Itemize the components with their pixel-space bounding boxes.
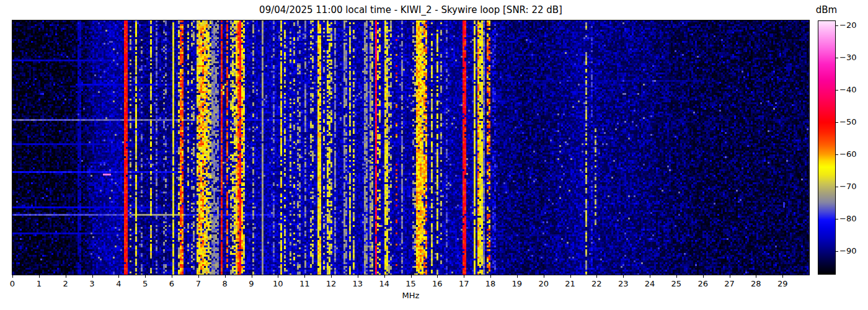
waterfall-plot-frame bbox=[12, 20, 810, 275]
colorbar-tick-mark bbox=[836, 90, 838, 91]
x-tick-mark bbox=[650, 275, 650, 278]
x-tick-label: 15 bbox=[405, 279, 416, 288]
colorbar-tick-mark bbox=[836, 122, 838, 123]
colorbar-tick-mark bbox=[836, 219, 838, 219]
x-tick-label: 9 bbox=[249, 279, 254, 288]
x-tick-label: 0 bbox=[10, 279, 15, 288]
colorbar-tick-label: −80 bbox=[839, 215, 856, 223]
colorbar-tick-label: −70 bbox=[839, 182, 856, 191]
x-tick-label: 23 bbox=[618, 279, 629, 288]
x-tick-mark bbox=[676, 275, 677, 278]
x-tick-label: 21 bbox=[565, 279, 575, 288]
colorbar-tick-label: −40 bbox=[839, 86, 856, 94]
colorbar-tick-label: −60 bbox=[839, 150, 856, 159]
x-tick-label: 1 bbox=[37, 279, 42, 288]
x-tick-label: 6 bbox=[169, 279, 174, 288]
x-tick-label: 2 bbox=[63, 279, 68, 288]
x-tick-mark bbox=[118, 275, 119, 278]
x-tick-mark bbox=[570, 275, 571, 278]
x-tick-label: 22 bbox=[591, 279, 602, 288]
x-tick-mark bbox=[252, 275, 252, 278]
x-tick-label: 28 bbox=[751, 279, 761, 288]
x-tick-mark bbox=[464, 275, 464, 278]
x-tick-mark bbox=[756, 275, 756, 278]
colorbar-tick-label: −20 bbox=[839, 21, 856, 30]
x-tick-label: 29 bbox=[777, 279, 788, 288]
x-tick-label: 11 bbox=[299, 279, 310, 288]
x-tick-mark bbox=[92, 275, 93, 278]
x-tick-mark bbox=[172, 275, 172, 278]
chart-title: 09/04/2025 11:00 local time - KIWI_2 - S… bbox=[12, 4, 809, 16]
spectrogram-figure: 09/04/2025 11:00 local time - KIWI_2 - S… bbox=[0, 0, 868, 310]
colorbar-frame bbox=[818, 20, 836, 275]
colorbar-tick-label: −90 bbox=[839, 247, 856, 255]
x-tick-label: 4 bbox=[116, 279, 121, 288]
x-tick-label: 27 bbox=[724, 279, 735, 288]
x-tick-mark bbox=[278, 275, 278, 278]
x-tick-mark bbox=[623, 275, 624, 278]
x-tick-label: 17 bbox=[459, 279, 469, 288]
x-tick-label: 3 bbox=[89, 279, 94, 288]
colorbar-tick-label: −50 bbox=[839, 118, 856, 126]
waterfall-canvas bbox=[12, 20, 809, 275]
x-tick-label: 24 bbox=[645, 279, 655, 288]
x-tick-label: 8 bbox=[223, 279, 228, 288]
x-tick-label: 18 bbox=[485, 279, 496, 288]
colorbar-tick-mark bbox=[836, 154, 838, 155]
colorbar-tick-mark bbox=[836, 251, 838, 252]
x-axis-label: MHz bbox=[12, 291, 809, 300]
colorbar-tick-mark bbox=[836, 187, 838, 187]
x-tick-label: 25 bbox=[671, 279, 682, 288]
x-tick-mark bbox=[437, 275, 438, 278]
x-tick-mark bbox=[544, 275, 544, 278]
colorbar-canvas bbox=[818, 21, 835, 274]
x-tick-label: 16 bbox=[432, 279, 443, 288]
x-tick-mark bbox=[12, 275, 13, 278]
x-tick-label: 20 bbox=[538, 279, 549, 288]
colorbar-tick-label: −30 bbox=[839, 53, 856, 62]
colorbar-tick-mark bbox=[836, 58, 838, 58]
colorbar-unit-label: dBm bbox=[808, 4, 845, 16]
x-tick-label: 13 bbox=[353, 279, 363, 288]
x-tick-mark bbox=[145, 275, 146, 278]
x-tick-label: 19 bbox=[512, 279, 523, 288]
colorbar-tick-mark bbox=[836, 25, 838, 26]
x-tick-mark bbox=[198, 275, 199, 278]
x-tick-mark bbox=[730, 275, 730, 278]
x-tick-mark bbox=[304, 275, 305, 278]
x-tick-label: 12 bbox=[326, 279, 337, 288]
x-tick-label: 10 bbox=[273, 279, 283, 288]
x-tick-mark bbox=[411, 275, 412, 278]
x-tick-mark bbox=[517, 275, 518, 278]
x-tick-mark bbox=[596, 275, 597, 278]
x-tick-label: 7 bbox=[196, 279, 201, 288]
x-tick-mark bbox=[384, 275, 385, 278]
x-tick-label: 5 bbox=[143, 279, 148, 288]
x-tick-mark bbox=[358, 275, 358, 278]
x-tick-mark bbox=[331, 275, 332, 278]
x-tick-mark bbox=[490, 275, 491, 278]
x-tick-mark bbox=[703, 275, 704, 278]
x-tick-mark bbox=[39, 275, 40, 278]
x-tick-mark bbox=[66, 275, 66, 278]
x-tick-label: 26 bbox=[698, 279, 708, 288]
x-tick-label: 14 bbox=[379, 279, 389, 288]
x-tick-mark bbox=[782, 275, 783, 278]
x-tick-mark bbox=[225, 275, 226, 278]
